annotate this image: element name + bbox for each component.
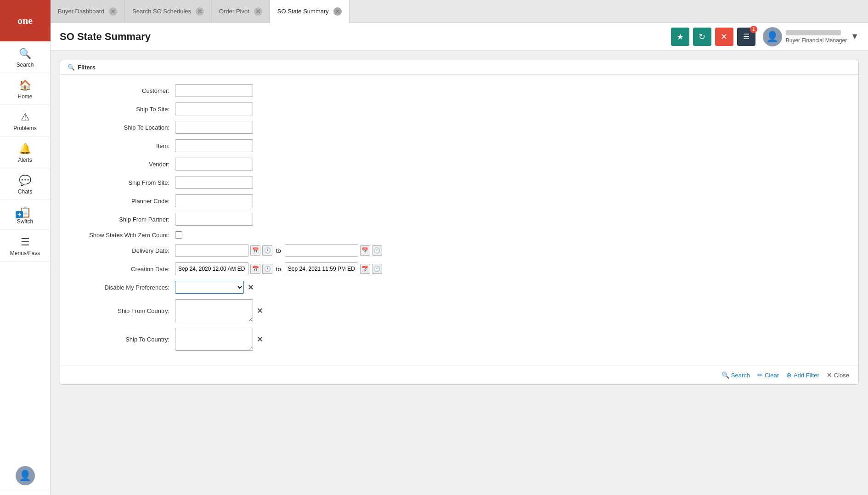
ship-from-country-clear-icon[interactable]: ✕ [257, 307, 263, 315]
tab-order-pivot[interactable]: Order Pivot ✕ [212, 0, 270, 23]
creation-date-to-calendar-icon[interactable]: 📅 [360, 264, 370, 274]
clear-action-label: Clear [765, 372, 779, 379]
delivery-date-row: Delivery Date: 📅 🕐 to 📅 🕐 [74, 244, 845, 257]
sidebar-item-problems[interactable]: ⚠ Problems [0, 105, 50, 137]
creation-date-row: Creation Date: 📅 🕐 to 📅 🕐 [74, 262, 845, 275]
user-dropdown-arrow[interactable]: ▼ [851, 32, 859, 41]
customer-row: Customer: [74, 84, 845, 97]
filters-tab[interactable]: 🔍 Filters [60, 60, 858, 75]
chat-icon: 💬 [19, 175, 31, 187]
delivery-date-from-group: 📅 🕐 [175, 244, 272, 257]
sidebar-item-alerts[interactable]: 🔔 Alerts [0, 137, 50, 168]
page-header: SO State Summary ★ ↻ ✕ ☰ 1 👤 Buyer Finan… [51, 23, 868, 51]
disable-prefs-select[interactable] [175, 281, 244, 294]
close-action[interactable]: ✕ Close [827, 371, 849, 379]
creation-date-from-clock-icon[interactable]: 🕐 [262, 264, 272, 274]
show-states-checkbox[interactable] [175, 231, 182, 239]
filters-tab-label: Filters [78, 64, 96, 71]
delivery-date-from-input[interactable] [175, 244, 248, 257]
disable-prefs-label: Disable My Preferences: [74, 284, 175, 291]
sidebar-item-label: Alerts [18, 157, 32, 163]
tab-close-so-state-summary[interactable]: ✕ [333, 7, 342, 16]
header-actions: ★ ↻ ✕ ☰ 1 👤 Buyer Financial Manager ▼ [671, 27, 859, 46]
ship-from-partner-input[interactable] [175, 213, 253, 226]
avatar-image: 👤 [19, 470, 31, 482]
ship-to-location-input[interactable] [175, 121, 253, 134]
disable-prefs-clear-icon[interactable]: ✕ [248, 283, 254, 292]
delivery-date-from-calendar-icon[interactable]: 📅 [250, 245, 260, 256]
vendor-input[interactable] [175, 158, 253, 171]
close-action-label: Close [834, 372, 849, 379]
avatar-icon: 👤 [766, 31, 778, 43]
sidebar-item-chats[interactable]: 💬 Chats [0, 168, 50, 200]
delivery-date-to-group: 📅 🕐 [285, 244, 382, 257]
delivery-date-from-clock-icon[interactable]: 🕐 [262, 245, 272, 256]
delivery-date-to-calendar-icon[interactable]: 📅 [360, 245, 370, 256]
vendor-label: Vendor: [74, 161, 175, 168]
tab-so-state-summary[interactable]: SO State Summary ✕ [270, 0, 349, 23]
sidebar-item-user-avatar[interactable]: 👤 [0, 460, 50, 490]
sidebar-item-search[interactable]: 🔍 Search [0, 41, 50, 73]
close-button[interactable]: ✕ [715, 28, 733, 46]
creation-date-label: Creation Date: [74, 266, 175, 273]
sidebar-item-label: Search [16, 62, 34, 68]
item-input[interactable] [175, 139, 253, 152]
customer-label: Customer: [74, 87, 175, 94]
show-states-row: Show States With Zero Count: [74, 231, 845, 239]
creation-date-to-clock-icon[interactable]: 🕐 [372, 264, 382, 274]
tab-label: SO State Summary [277, 8, 329, 15]
ship-from-partner-label: Ship From Partner: [74, 216, 175, 223]
ship-from-partner-row: Ship From Partner: [74, 213, 845, 226]
ship-to-location-row: Ship To Location: [74, 121, 845, 134]
user-role-container: Buyer Financial Manager [786, 30, 847, 44]
ship-to-country-input[interactable] [175, 328, 253, 351]
sidebar-item-menus[interactable]: ☰ Menus/Favs [0, 230, 50, 262]
planner-code-label: Planner Code: [74, 198, 175, 205]
filters-panel: 🔍 Filters Customer: Ship To Site: Ship T… [60, 60, 859, 385]
menu-icon: ☰ [21, 236, 30, 248]
creation-date-from-calendar-icon[interactable]: 📅 [250, 264, 260, 274]
menu-button[interactable]: ☰ 1 [737, 28, 755, 46]
sidebar-item-label: Chats [18, 188, 32, 195]
planner-code-row: Planner Code: [74, 194, 845, 207]
ship-from-site-row: Ship From Site: [74, 176, 845, 189]
creation-date-from-input[interactable] [175, 262, 248, 275]
notification-badge: 1 [750, 26, 757, 33]
creation-date-from-group: 📅 🕐 [175, 262, 272, 275]
tab-close-order-pivot[interactable]: ✕ [254, 7, 262, 16]
search-icon: 🔍 [19, 48, 31, 60]
main-content: Buyer Dashboard ✕ Search SO Schedules ✕ … [51, 0, 868, 495]
vendor-row: Vendor: [74, 158, 845, 171]
tab-search-so[interactable]: Search SO Schedules ✕ [125, 0, 212, 23]
delivery-date-to-clock-icon[interactable]: 🕐 [372, 245, 382, 256]
app-logo[interactable]: one [0, 0, 51, 41]
add-filter-label: Add Filter [794, 372, 819, 379]
content-area: 🔍 Filters Customer: Ship To Site: Ship T… [51, 51, 868, 495]
sidebar-item-home[interactable]: 🏠 Home [0, 73, 50, 105]
ship-to-site-input[interactable] [175, 102, 253, 115]
delivery-date-to-input[interactable] [285, 244, 358, 257]
ship-to-country-clear-icon[interactable]: ✕ [257, 335, 263, 344]
sidebar-item-label: Switch [17, 218, 33, 225]
disable-prefs-row: Disable My Preferences: ✕ [74, 281, 845, 294]
avatar: 👤 [16, 466, 35, 485]
filters-body: Customer: Ship To Site: Ship To Location… [60, 75, 858, 365]
tab-close-buyer-dashboard[interactable]: ✕ [109, 7, 117, 16]
tab-close-search-so[interactable]: ✕ [196, 7, 204, 16]
user-name-blurred [786, 30, 841, 35]
add-filter-action[interactable]: ⊕ Add Filter [786, 371, 819, 379]
warning-icon: ⚠ [21, 111, 30, 123]
favorites-button[interactable]: ★ [671, 28, 689, 46]
sidebar-item-switch[interactable]: 📋 Switch [0, 200, 50, 230]
planner-code-input[interactable] [175, 194, 253, 207]
clear-action[interactable]: ✏ Clear [757, 371, 779, 379]
customer-input[interactable] [175, 84, 253, 97]
ship-from-country-input[interactable] [175, 299, 253, 322]
refresh-button[interactable]: ↻ [693, 28, 711, 46]
ship-from-site-input[interactable] [175, 176, 253, 189]
tab-buyer-dashboard[interactable]: Buyer Dashboard ✕ [51, 0, 125, 23]
ship-to-country-row: Ship To Country: ✕ [74, 328, 845, 351]
search-action[interactable]: 🔍 Search [721, 371, 750, 379]
ship-to-site-label: Ship To Site: [74, 106, 175, 113]
creation-date-to-input[interactable] [285, 262, 358, 275]
